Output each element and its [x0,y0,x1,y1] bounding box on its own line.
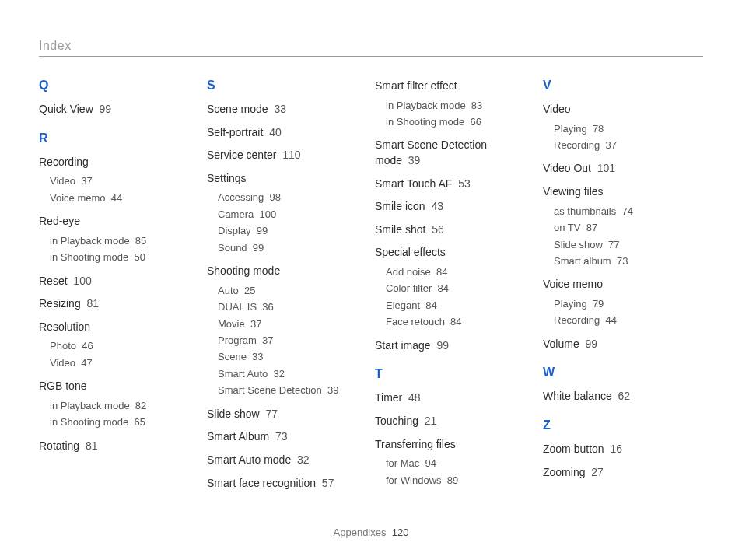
index-entry-page: 32 [297,453,310,466]
index-entry-label: Video Out [543,162,591,174]
index-subentry-label: for Windows [386,474,442,486]
index-subentry-label: Display [218,225,251,236]
index-entry-label: Timer [375,391,402,404]
index-entry: Slide show 77 [207,407,367,422]
index-subentry: in Playback mode 83 [375,97,535,114]
index-subentry-page: 73 [617,255,628,267]
index-entry-page: 27 [591,466,604,478]
index-subentry: Smart album 73 [543,253,703,269]
page-header: Index [39,39,703,57]
index-entry-label: Transferring files [375,438,456,450]
index-subentry-label: Playing [554,123,587,135]
index-letter: Z [543,418,703,432]
index-entry: Video Out 101 [543,161,703,177]
index-entry-label: Self-portrait [207,126,263,138]
index-entry-label: Smart Touch AF [375,177,452,190]
index-subentry-label: Camera [218,208,254,220]
index-entry: Smart filter effectin Playback mode 83in… [375,79,535,130]
index-subentry: Playing 79 [543,296,703,312]
index-subentry: Add noise 84 [375,264,535,280]
index-entry: Volume 99 [543,337,703,352]
index-entry-label: Shooting mode [207,264,280,277]
index-entry: Viewing filesas thumbnails 74on TV 87Sli… [543,184,703,269]
index-letter: W [543,366,703,380]
index-subentry-label: Recording [554,314,600,326]
index-entry-label: Touching [375,415,418,427]
index-subentry-page: 98 [269,191,280,203]
index-sublist: for Mac 94for Windows 89 [375,455,535,488]
footer-page-number: 120 [392,527,409,538]
index-entry: Shooting modeAuto 25DUAL IS 36Movie 37Pr… [207,264,367,399]
index-subentry-label: Recording [554,139,600,151]
index-subentry-page: 32 [274,368,285,380]
index-subentry: Auto 25 [207,282,367,299]
index-sublist: in Playback mode 83in Shooting mode 66 [375,97,535,131]
index-subentry-page: 25 [244,285,255,296]
index-subentry-page: 79 [593,298,604,310]
index-subentry: Video 37 [39,173,199,189]
index-subentry: in Playback mode 82 [39,397,199,414]
index-subentry: Playing 78 [543,121,703,137]
index-entry-page: 43 [431,200,443,212]
index-entry: Rotating 81 [39,439,199,454]
index-entry: VideoPlaying 78Recording 37 [543,102,703,153]
index-entry-label: Smart Auto mode [207,453,291,466]
index-entry-label: Voice memo [543,278,603,290]
index-sublist: in Playback mode 82in Shooting mode 65 [39,397,199,431]
index-entry: Resizing 81 [39,296,199,312]
index-subentry-label: Slide show [554,239,603,250]
index-subentry-label: Movie [218,318,245,330]
index-entry-page: 100 [73,275,91,287]
index-entry-label: RGB tone [39,380,86,392]
index-subentry: DUAL IS 36 [207,299,367,315]
index-subentry-label: Playing [554,298,587,310]
index-entry-page: 81 [86,297,99,310]
index-subentry-label: Program [218,334,257,346]
index-subentry: Color filter 84 [375,280,535,296]
index-subentry-label: Smart Scene Detection [218,384,322,396]
index-subentry-page: 37 [262,334,273,346]
index-entry-label: Volume [543,338,579,350]
index-subentry-page: 37 [606,139,617,151]
index-entry-label: Resolution [39,320,90,333]
index-entry-page: 73 [275,430,288,443]
index-subentry: on TV 87 [543,219,703,236]
index-entry-label: White balance [543,390,612,402]
index-entry-page: 33 [274,103,286,115]
index-entry-label: Smart Album [207,430,269,443]
index-subentry: in Shooting mode 65 [39,414,199,430]
index-entry-label: Rotating [39,439,79,452]
index-entry-label: Red-eye [39,215,80,227]
index-subentry-label: in Shooting mode [50,251,128,263]
index-entry: Scene mode 33 [207,102,367,117]
index-subentry-page: 44 [606,314,617,326]
index-subentry-page: 83 [471,100,482,111]
index-entry-label: Resizing [39,297,81,310]
index-subentry-label: Video [50,175,75,187]
index-entry-page: 57 [322,477,334,489]
index-sublist: as thumbnails 74on TV 87Slide show 77Sma… [543,203,703,270]
index-subentry-page: 33 [252,351,263,362]
index-entry-label: Viewing files [543,185,604,198]
index-subentry-page: 84 [450,316,461,327]
index-entry-label: Smile shot [375,223,425,236]
index-entry: Smart Scene Detection mode 39 [375,138,535,168]
index-subentry: Smart Scene Detection 39 [207,382,367,398]
index-entry-page: 39 [408,154,421,166]
index-subentry-label: as thumbnails [554,205,616,217]
index-subentry-label: for Mac [386,457,419,469]
index-entry: Zoom button 16 [543,442,703,457]
index-subentry: Movie 37 [207,316,367,332]
index-entry: Self-portrait 40 [207,125,367,141]
index-subentry-page: 66 [470,116,481,128]
index-subentry-label: Sound [218,242,247,254]
index-entry-page: 101 [597,162,615,174]
index-subentry: Camera 100 [207,206,367,222]
index-entry-page: 56 [432,223,444,236]
index-subentry: in Shooting mode 50 [39,249,199,265]
index-entry: Special effectsAdd noise 84Color filter … [375,245,535,330]
index-sublist: Add noise 84Color filter 84Elegant 84Fac… [375,264,535,331]
index-entry-label: Smile icon [375,200,425,212]
index-entry: Smart Album 73 [207,429,367,445]
index-entry-label: Video [543,103,571,115]
